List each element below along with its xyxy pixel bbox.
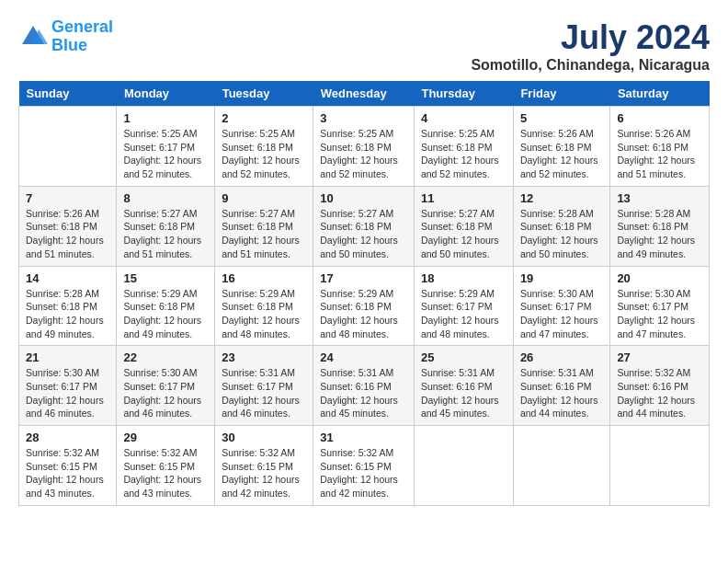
day-number: 9 bbox=[222, 191, 306, 205]
day-number: 14 bbox=[26, 271, 109, 285]
logo-icon bbox=[18, 22, 48, 52]
day-info: Sunrise: 5:25 AMSunset: 6:18 PMDaylight:… bbox=[320, 127, 407, 181]
location-title: Somotillo, Chinandega, Nicaragua bbox=[471, 57, 710, 74]
day-number: 1 bbox=[123, 111, 208, 125]
calendar-cell: 1Sunrise: 5:25 AMSunset: 6:17 PMDaylight… bbox=[117, 107, 215, 187]
calendar-cell: 21Sunrise: 5:30 AMSunset: 6:17 PMDayligh… bbox=[19, 346, 117, 426]
header-friday: Friday bbox=[513, 81, 610, 107]
day-number: 24 bbox=[320, 350, 407, 364]
header-monday: Monday bbox=[117, 81, 215, 107]
day-info: Sunrise: 5:29 AMSunset: 6:18 PMDaylight:… bbox=[222, 287, 306, 341]
calendar-cell bbox=[610, 426, 710, 506]
day-number: 27 bbox=[617, 350, 702, 364]
logo: General Blue bbox=[18, 18, 113, 55]
calendar-header-row: Sunday Monday Tuesday Wednesday Thursday… bbox=[19, 81, 710, 107]
calendar-cell: 29Sunrise: 5:32 AMSunset: 6:15 PMDayligh… bbox=[117, 426, 215, 506]
calendar-cell bbox=[513, 426, 610, 506]
day-number: 28 bbox=[26, 431, 109, 444]
day-info: Sunrise: 5:32 AMSunset: 6:15 PMDaylight:… bbox=[123, 446, 208, 500]
day-info: Sunrise: 5:31 AMSunset: 6:16 PMDaylight:… bbox=[520, 366, 604, 420]
header-tuesday: Tuesday bbox=[215, 81, 313, 107]
header: General Blue July 2024 Somotillo, Chinan… bbox=[18, 18, 710, 74]
calendar-cell: 23Sunrise: 5:31 AMSunset: 6:17 PMDayligh… bbox=[215, 346, 313, 426]
day-info: Sunrise: 5:30 AMSunset: 6:17 PMDaylight:… bbox=[520, 287, 604, 341]
calendar-week-row: 1Sunrise: 5:25 AMSunset: 6:17 PMDaylight… bbox=[19, 107, 710, 187]
calendar-cell bbox=[414, 426, 513, 506]
day-info: Sunrise: 5:27 AMSunset: 6:18 PMDaylight:… bbox=[421, 207, 506, 261]
calendar-table: Sunday Monday Tuesday Wednesday Thursday… bbox=[18, 81, 710, 506]
day-number: 7 bbox=[26, 191, 109, 205]
calendar-cell: 17Sunrise: 5:29 AMSunset: 6:18 PMDayligh… bbox=[313, 266, 415, 346]
day-number: 8 bbox=[123, 191, 208, 205]
day-number: 17 bbox=[320, 271, 407, 285]
day-number: 29 bbox=[123, 431, 208, 444]
calendar-cell: 15Sunrise: 5:29 AMSunset: 6:18 PMDayligh… bbox=[117, 266, 215, 346]
day-info: Sunrise: 5:32 AMSunset: 6:15 PMDaylight:… bbox=[26, 446, 109, 500]
calendar-week-row: 7Sunrise: 5:26 AMSunset: 6:18 PMDaylight… bbox=[19, 186, 710, 266]
header-wednesday: Wednesday bbox=[313, 81, 415, 107]
day-info: Sunrise: 5:26 AMSunset: 6:18 PMDaylight:… bbox=[617, 127, 702, 181]
calendar-cell: 22Sunrise: 5:30 AMSunset: 6:17 PMDayligh… bbox=[117, 346, 215, 426]
calendar-week-row: 21Sunrise: 5:30 AMSunset: 6:17 PMDayligh… bbox=[19, 346, 710, 426]
calendar-cell: 11Sunrise: 5:27 AMSunset: 6:18 PMDayligh… bbox=[414, 186, 513, 266]
day-number: 23 bbox=[222, 350, 306, 364]
day-info: Sunrise: 5:25 AMSunset: 6:18 PMDaylight:… bbox=[421, 127, 506, 181]
day-info: Sunrise: 5:29 AMSunset: 6:17 PMDaylight:… bbox=[421, 287, 506, 341]
header-thursday: Thursday bbox=[414, 81, 513, 107]
day-number: 3 bbox=[320, 111, 407, 125]
calendar-cell: 28Sunrise: 5:32 AMSunset: 6:15 PMDayligh… bbox=[19, 426, 117, 506]
calendar-cell: 18Sunrise: 5:29 AMSunset: 6:17 PMDayligh… bbox=[414, 266, 513, 346]
day-number: 22 bbox=[123, 350, 208, 364]
header-sunday: Sunday bbox=[19, 81, 117, 107]
calendar-cell: 9Sunrise: 5:27 AMSunset: 6:18 PMDaylight… bbox=[215, 186, 313, 266]
day-info: Sunrise: 5:29 AMSunset: 6:18 PMDaylight:… bbox=[320, 287, 407, 341]
day-info: Sunrise: 5:32 AMSunset: 6:16 PMDaylight:… bbox=[617, 366, 702, 420]
day-number: 16 bbox=[222, 271, 306, 285]
logo-line1: General bbox=[51, 17, 113, 36]
calendar-cell: 2Sunrise: 5:25 AMSunset: 6:18 PMDaylight… bbox=[215, 107, 313, 187]
day-number: 20 bbox=[617, 271, 702, 285]
day-info: Sunrise: 5:30 AMSunset: 6:17 PMDaylight:… bbox=[123, 366, 208, 420]
calendar-cell: 8Sunrise: 5:27 AMSunset: 6:18 PMDaylight… bbox=[117, 186, 215, 266]
calendar-cell: 19Sunrise: 5:30 AMSunset: 6:17 PMDayligh… bbox=[513, 266, 610, 346]
day-info: Sunrise: 5:26 AMSunset: 6:18 PMDaylight:… bbox=[26, 207, 109, 261]
day-info: Sunrise: 5:30 AMSunset: 6:17 PMDaylight:… bbox=[617, 287, 702, 341]
day-info: Sunrise: 5:26 AMSunset: 6:18 PMDaylight:… bbox=[520, 127, 604, 181]
day-info: Sunrise: 5:25 AMSunset: 6:17 PMDaylight:… bbox=[123, 127, 208, 181]
day-number: 5 bbox=[520, 111, 604, 125]
day-info: Sunrise: 5:30 AMSunset: 6:17 PMDaylight:… bbox=[26, 366, 109, 420]
calendar-cell: 10Sunrise: 5:27 AMSunset: 6:18 PMDayligh… bbox=[313, 186, 415, 266]
day-number: 26 bbox=[520, 350, 604, 364]
logo-line2: Blue bbox=[51, 36, 87, 54]
calendar-cell: 13Sunrise: 5:28 AMSunset: 6:18 PMDayligh… bbox=[610, 186, 710, 266]
day-number: 30 bbox=[222, 431, 306, 444]
calendar-cell: 25Sunrise: 5:31 AMSunset: 6:16 PMDayligh… bbox=[414, 346, 513, 426]
calendar-cell: 30Sunrise: 5:32 AMSunset: 6:15 PMDayligh… bbox=[215, 426, 313, 506]
calendar-week-row: 28Sunrise: 5:32 AMSunset: 6:15 PMDayligh… bbox=[19, 426, 710, 506]
calendar-week-row: 14Sunrise: 5:28 AMSunset: 6:18 PMDayligh… bbox=[19, 266, 710, 346]
day-info: Sunrise: 5:28 AMSunset: 6:18 PMDaylight:… bbox=[26, 287, 109, 341]
day-info: Sunrise: 5:32 AMSunset: 6:15 PMDaylight:… bbox=[320, 446, 407, 500]
month-title: July 2024 bbox=[471, 18, 710, 57]
day-number: 21 bbox=[26, 350, 109, 364]
calendar-cell: 12Sunrise: 5:28 AMSunset: 6:18 PMDayligh… bbox=[513, 186, 610, 266]
day-info: Sunrise: 5:25 AMSunset: 6:18 PMDaylight:… bbox=[222, 127, 306, 181]
day-info: Sunrise: 5:27 AMSunset: 6:18 PMDaylight:… bbox=[222, 207, 306, 261]
calendar-cell: 14Sunrise: 5:28 AMSunset: 6:18 PMDayligh… bbox=[19, 266, 117, 346]
calendar-cell: 5Sunrise: 5:26 AMSunset: 6:18 PMDaylight… bbox=[513, 107, 610, 187]
day-number: 4 bbox=[421, 111, 506, 125]
day-number: 6 bbox=[617, 111, 702, 125]
day-info: Sunrise: 5:27 AMSunset: 6:18 PMDaylight:… bbox=[320, 207, 407, 261]
day-info: Sunrise: 5:28 AMSunset: 6:18 PMDaylight:… bbox=[520, 207, 604, 261]
calendar-cell: 20Sunrise: 5:30 AMSunset: 6:17 PMDayligh… bbox=[610, 266, 710, 346]
title-block: July 2024 Somotillo, Chinandega, Nicarag… bbox=[471, 18, 710, 74]
day-info: Sunrise: 5:27 AMSunset: 6:18 PMDaylight:… bbox=[123, 207, 208, 261]
day-number: 10 bbox=[320, 191, 407, 205]
calendar-cell: 7Sunrise: 5:26 AMSunset: 6:18 PMDaylight… bbox=[19, 186, 117, 266]
day-info: Sunrise: 5:28 AMSunset: 6:18 PMDaylight:… bbox=[617, 207, 702, 261]
day-info: Sunrise: 5:31 AMSunset: 6:17 PMDaylight:… bbox=[222, 366, 306, 420]
day-number: 19 bbox=[520, 271, 604, 285]
calendar-cell: 6Sunrise: 5:26 AMSunset: 6:18 PMDaylight… bbox=[610, 107, 710, 187]
day-number: 11 bbox=[421, 191, 506, 205]
logo-text: General Blue bbox=[51, 18, 113, 55]
